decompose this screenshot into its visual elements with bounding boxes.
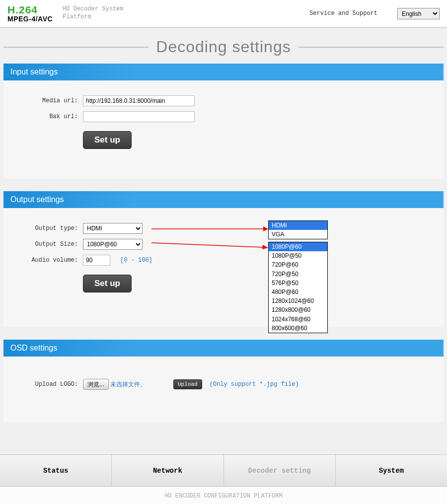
nav-system[interactable]: System [336,455,447,486]
subtitle-line1: HD Decoder System [63,5,123,13]
input-settings-panel: Input settings Media url: Bak url: Set u… [3,64,444,179]
output-size-select[interactable]: 1080P@60 [83,239,143,250]
output-size-label: Output Size: [11,241,83,248]
audio-volume-hint: [0 - 100] [120,257,152,264]
dd-item-vga[interactable]: VGA [269,230,327,239]
header-subtitle: HD Decoder System Platform [63,5,123,21]
subtitle-line2: Platform [63,13,123,21]
dd-item-1280x1024[interactable]: 1280x1024@60 [269,296,327,305]
osd-settings-header: OSD settings [3,340,444,357]
file-hint: (Only support *.jpg file) [210,381,299,388]
top-header: H.264 MPEG-4/AVC HD Decoder System Platf… [0,0,447,27]
output-settings-panel: Output settings Output type: HDMI Output… [3,191,444,327]
nav-status[interactable]: Status [0,455,112,486]
browse-button[interactable]: 浏览... [83,379,109,390]
media-url-input[interactable] [83,95,195,106]
dd-item-hdmi[interactable]: HDMI [269,221,327,230]
bak-url-input[interactable] [83,111,195,122]
audio-volume-label: Audio volume: [11,257,83,264]
service-support-link[interactable]: Service and Support [309,10,377,17]
output-settings-header: Output settings [3,191,444,208]
logo-h264: H.264 [7,4,53,15]
arrow-output-size [151,240,268,250]
osd-settings-panel: OSD settings Upload LOGO: 浏览... 未选择文件。 U… [3,340,444,422]
title-line-left [3,47,149,48]
output-type-dropdown[interactable]: HDMI VGA [268,220,328,239]
dd-item-720p50[interactable]: 720P@50 [269,270,327,279]
output-type-select[interactable]: HDMI [83,223,143,234]
dd-item-720p60[interactable]: 720P@60 [269,260,327,269]
audio-volume-input[interactable] [83,255,110,266]
page-title: Decoding settings [149,38,298,56]
dd-item-480p60[interactable]: 480P@60 [269,288,327,296]
dd-item-800x600[interactable]: 800x600@60 [269,324,327,333]
nav-decoder[interactable]: Decoder setting [224,455,336,486]
arrow-output-type [151,225,268,233]
file-status: 未选择文件。 [110,380,146,389]
dd-item-1024x768[interactable]: 1024x768@60 [269,315,327,324]
page-title-wrap: Decoding settings [3,38,444,56]
dd-item-1080p60[interactable]: 1080P@60 [269,242,327,251]
svg-marker-3 [262,245,268,249]
svg-line-2 [151,243,263,247]
nav-network[interactable]: Network [112,455,224,486]
upload-button[interactable]: Upload [173,379,202,389]
input-settings-header: Input settings [3,64,444,80]
svg-marker-1 [263,226,268,231]
title-line-right [298,47,444,48]
output-size-dropdown[interactable]: 1080P@60 1080P@50 720P@60 720P@50 576P@5… [268,242,328,333]
dd-item-1280x800[interactable]: 1280x800@60 [269,305,327,314]
input-setup-button[interactable]: Set up [83,131,132,149]
logo: H.264 MPEG-4/AVC [7,4,53,23]
output-setup-button[interactable]: Set up [83,275,132,292]
bak-url-label: Bak url: [11,113,83,120]
language-select[interactable]: English [397,8,440,19]
footer-nav: Status Network Decoder setting System [0,454,447,487]
dd-item-576p50[interactable]: 576P@50 [269,279,327,288]
output-type-label: Output type: [11,225,83,232]
dd-item-1080p50[interactable]: 1080P@50 [269,251,327,260]
upload-logo-label: Upload LOGO: [11,381,83,388]
logo-mpeg: MPEG-4/AVC [7,15,53,23]
footer-text: HD ENCODER CONFIGURATION PLATFORM [0,487,447,504]
media-url-label: Media url: [11,97,83,104]
